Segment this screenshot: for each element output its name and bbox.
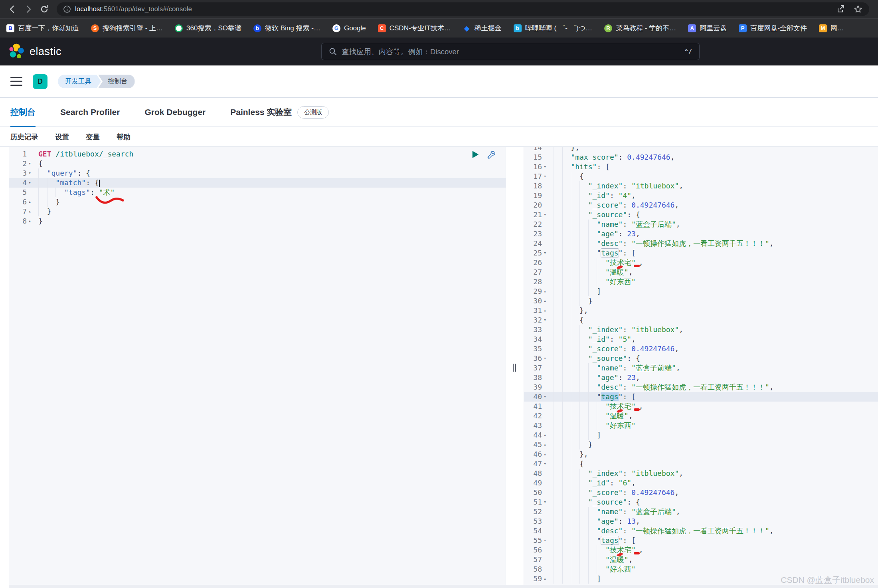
bookmark-item[interactable]: 360搜索，SO靠谱 <box>175 24 241 33</box>
forward-button[interactable] <box>22 2 35 16</box>
fold-toggle-icon[interactable]: ▾ <box>542 459 548 469</box>
code-line-1[interactable]: 1GET /itbluebox/_search <box>9 149 506 159</box>
request-options-button[interactable] <box>486 150 495 159</box>
code-line-30[interactable]: 30▴} <box>524 296 878 306</box>
breadcrumb-dev-tools[interactable]: 开发工具 <box>58 75 101 88</box>
response-viewer[interactable]: 14},15"max_score": 0.49247646,16▾"hits":… <box>524 147 878 588</box>
console-nav-item-3[interactable]: 帮助 <box>117 132 131 142</box>
code-line-40[interactable]: 40▾"tags": [ <box>524 392 878 402</box>
code-line-34[interactable]: 34"_id": "5", <box>524 335 878 344</box>
code-line-46[interactable]: 46▴}, <box>524 449 878 459</box>
bookmark-item[interactable]: GGoogle <box>332 24 366 32</box>
fold-toggle-icon[interactable]: ▾ <box>542 392 548 402</box>
tab-painless-[interactable]: Painless 实验室公测版 <box>230 98 329 127</box>
code-line-14[interactable]: 14}, <box>524 147 878 152</box>
code-line-39[interactable]: 39"desc": "一顿操作猛如虎，一看工资两千五！！！", <box>524 382 878 392</box>
site-info-icon[interactable] <box>63 5 71 13</box>
console-nav-item-1[interactable]: 设置 <box>55 132 69 142</box>
fold-toggle-icon[interactable]: ▴ <box>542 449 548 459</box>
code-line-3[interactable]: 3▾"query": { <box>9 168 506 178</box>
global-search-input[interactable]: 查找应用、内容等。例如：Discover ^/ <box>321 43 700 60</box>
tab-search-profiler[interactable]: Search Profiler <box>60 98 120 127</box>
bookmark-item[interactable]: ◆稀土掘金 <box>463 24 502 33</box>
code-line-49[interactable]: 49"_id": "6", <box>524 478 878 488</box>
url-bar[interactable]: localhost:5601/app/dev_tools#/console <box>57 2 869 16</box>
code-line-32[interactable]: 32▾{ <box>524 315 878 325</box>
code-line-47[interactable]: 47▾{ <box>524 459 878 469</box>
fold-toggle-icon[interactable]: ▾ <box>542 172 548 181</box>
fold-toggle-icon[interactable]: ▴ <box>542 287 548 296</box>
code-line-17[interactable]: 17▾{ <box>524 172 878 181</box>
code-line-23[interactable]: 23"age": 23, <box>524 229 878 239</box>
bookmark-item[interactable]: CCSDN-专业IT技术… <box>378 24 451 33</box>
fold-toggle-icon[interactable]: ▴ <box>27 197 33 207</box>
bookmark-item[interactable]: b哔哩哔哩 ( ゜- ゜)つ… <box>514 24 592 33</box>
fold-toggle-icon[interactable]: ▴ <box>542 430 548 440</box>
bookmark-item[interactable]: A阿里云盘 <box>688 24 727 33</box>
fold-toggle-icon[interactable]: ▴ <box>542 440 548 449</box>
tab-grok-debugger[interactable]: Grok Debugger <box>144 98 206 127</box>
code-line-43[interactable]: 43"好东西" <box>524 421 878 430</box>
code-line-52[interactable]: 52"name": "蓝盒子后端", <box>524 507 878 517</box>
code-line-18[interactable]: 18"_index": "itbluebox", <box>524 181 878 191</box>
send-request-button[interactable] <box>472 150 479 158</box>
code-line-6[interactable]: 6▴} <box>9 197 506 207</box>
code-line-16[interactable]: 16▾"hits": [ <box>524 162 878 172</box>
code-line-15[interactable]: 15"max_score": 0.49247646, <box>524 152 878 162</box>
code-line-31[interactable]: 31▴}, <box>524 306 878 315</box>
fold-toggle-icon[interactable]: ▴ <box>27 216 33 226</box>
code-line-4[interactable]: 4▾"match": { <box>9 178 506 188</box>
code-line-26[interactable]: 26"技术宅", <box>524 258 878 267</box>
console-nav-item-0[interactable]: 历史记录 <box>10 132 38 142</box>
elastic-brand[interactable]: elastic <box>8 43 61 60</box>
code-line-5[interactable]: 5"tags": "术" <box>9 188 506 197</box>
code-line-25[interactable]: 25▾"tags": [ <box>524 248 878 258</box>
bookmark-item[interactable]: B百度一下，你就知道 <box>6 24 79 33</box>
code-line-50[interactable]: 50"_score": 0.49247646, <box>524 488 878 497</box>
code-line-45[interactable]: 45▴} <box>524 440 878 449</box>
space-avatar[interactable]: D <box>33 74 47 89</box>
tab-console[interactable]: 控制台 <box>10 98 36 127</box>
fold-toggle-icon[interactable]: ▾ <box>27 159 33 168</box>
code-line-41[interactable]: 41"技术宅", <box>524 402 878 411</box>
request-code[interactable]: 1GET /itbluebox/_search2▾{3▾"query": {4▾… <box>9 149 506 226</box>
menu-hamburger-icon[interactable] <box>10 77 22 86</box>
code-line-33[interactable]: 33"_index": "itbluebox", <box>524 325 878 335</box>
console-nav-item-2[interactable]: 变量 <box>86 132 100 142</box>
fold-toggle-icon[interactable]: ▾ <box>542 536 548 545</box>
code-line-28[interactable]: 28"好东西" <box>524 277 878 287</box>
code-line-38[interactable]: 38"age": 23, <box>524 373 878 382</box>
code-line-19[interactable]: 19"_id": "4", <box>524 191 878 200</box>
bookmark-item[interactable]: b微软 Bing 搜索 -… <box>253 24 320 33</box>
bookmark-item[interactable]: P百度网盘-全部文件 <box>739 24 807 33</box>
code-line-7[interactable]: 7▴} <box>9 207 506 216</box>
code-line-54[interactable]: 54"desc": "一顿操作猛如虎，一看工资两千五！！！", <box>524 526 878 536</box>
panel-resizer-handle[interactable] <box>513 364 516 372</box>
fold-toggle-icon[interactable]: ▴ <box>542 296 548 306</box>
code-line-53[interactable]: 53"age": 13, <box>524 517 878 526</box>
fold-toggle-icon[interactable]: ▾ <box>542 354 548 363</box>
breadcrumb-console[interactable]: 控制台 <box>98 75 135 88</box>
code-line-51[interactable]: 51▾"_source": { <box>524 497 878 507</box>
fold-toggle-icon[interactable]: ▾ <box>27 178 33 188</box>
request-editor[interactable]: 1GET /itbluebox/_search2▾{3▾"query": {4▾… <box>9 147 506 588</box>
code-line-55[interactable]: 55▾"tags": [ <box>524 536 878 545</box>
code-line-21[interactable]: 21▾"_source": { <box>524 210 878 220</box>
code-line-20[interactable]: 20"_score": 0.49247646, <box>524 200 878 210</box>
code-line-48[interactable]: 48"_index": "itbluebox", <box>524 469 878 478</box>
reload-button[interactable] <box>38 2 51 16</box>
bookmark-star-icon[interactable] <box>853 4 863 14</box>
code-line-42[interactable]: 42"温暖", <box>524 411 878 421</box>
bookmark-item[interactable]: S搜狗搜索引擎 - 上… <box>91 24 163 33</box>
code-line-29[interactable]: 29▴] <box>524 287 878 296</box>
code-line-44[interactable]: 44▴] <box>524 430 878 440</box>
fold-toggle-icon[interactable]: ▾ <box>542 210 548 220</box>
code-line-8[interactable]: 8▴} <box>9 216 506 226</box>
fold-toggle-icon[interactable]: ▾ <box>27 168 33 178</box>
fold-toggle-icon[interactable]: ▴ <box>27 207 33 216</box>
back-button[interactable] <box>6 2 19 16</box>
code-line-24[interactable]: 24"desc": "一顿操作猛如虎，一看工资两千五！！！", <box>524 239 878 248</box>
horizontal-scrollbar[interactable] <box>9 585 878 588</box>
fold-toggle-icon[interactable]: ▴ <box>542 574 548 584</box>
code-line-35[interactable]: 35"_score": 0.49247646, <box>524 344 878 354</box>
